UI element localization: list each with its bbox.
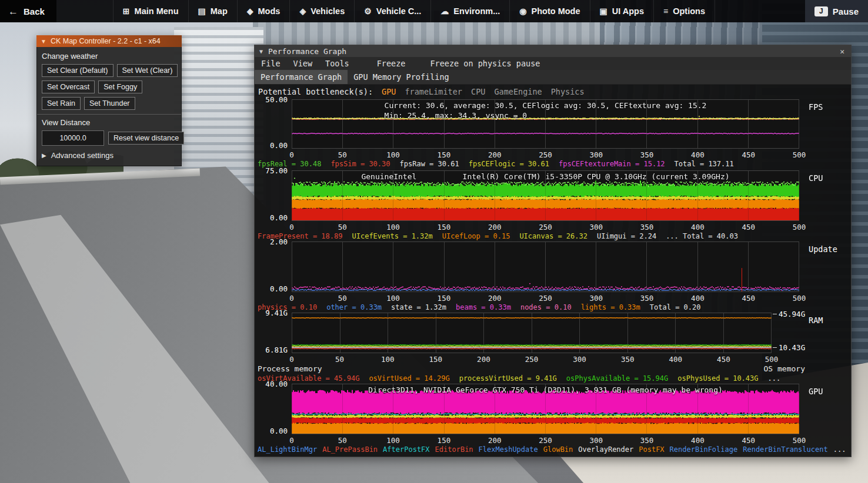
update-tick-300: 300: [590, 294, 603, 303]
cpu-stat: UIcefEvents = 1.32m: [352, 232, 433, 240]
ram-plot-canvas: [292, 313, 772, 353]
ram-tick-400: 400: [669, 355, 683, 364]
tab-gpu-memory-profiling[interactable]: GPU Memory Profiling: [348, 70, 455, 84]
cpu-stat: UIcanvas = 26.32: [519, 232, 587, 240]
gpu-stats-line: AL_LightBinMgrAL_PrePassBinAfterPostFXEd…: [258, 445, 850, 454]
weather-button-set-rain[interactable]: Set Rain: [42, 97, 81, 110]
topbar-item-main-menu[interactable]: ⊞Main Menu: [113, 0, 188, 22]
weather-button-set-wet-clear[interactable]: Set Wet (Clear): [117, 64, 178, 77]
main-menu-icon: ⊞: [123, 7, 130, 15]
ram-y-axis-max: 9.41G: [255, 308, 288, 317]
weather-button-row: Set OvercastSet Foggy: [42, 80, 176, 93]
ram-stats-line: osVirtAvailable = 45.94GosVirtUsed = 14.…: [258, 374, 850, 383]
bottleneck-gameengine: GameEngine: [494, 87, 542, 96]
gpu-stat: FlexMeshUpdate: [479, 445, 538, 454]
topbar-item-options[interactable]: ≡Options: [653, 0, 715, 22]
ram-stat: processVirtUsed = 9.41G: [459, 374, 557, 383]
topbar-item-mods[interactable]: ◆Mods: [237, 0, 290, 22]
cpu-stat: UIcefLoop = 0.15: [442, 232, 510, 240]
topbar-item-ui-apps[interactable]: ▣UI Apps: [590, 0, 653, 22]
cpu-tick-50: 50: [338, 223, 347, 232]
fps-stat: Total = 137.11: [675, 160, 734, 168]
advanced-settings-toggle[interactable]: ▶ Advanced settings: [42, 151, 176, 160]
weather-button-set-thunder[interactable]: Set Thunder: [84, 97, 135, 110]
gpu-tick-250: 250: [539, 436, 552, 445]
ck-map-controller-titlebar[interactable]: ▼ CK Map Controller - 2.2 - c1 - x64: [36, 35, 182, 47]
fps-stat: fpsRaw = 30.61: [400, 160, 459, 168]
performance-tabs: Performance GraphGPU Memory Profiling: [255, 70, 851, 85]
back-arrow-icon: ←: [8, 6, 18, 16]
performance-graph-title: Performance Graph: [268, 47, 346, 56]
topbar-item-map[interactable]: ▤Map: [188, 0, 237, 22]
gpu-x-axis-ticks: 050100150200250300350400450500: [292, 436, 799, 445]
gpu-tick-400: 400: [691, 436, 705, 445]
back-button[interactable]: ← Back: [0, 0, 56, 22]
update-stats-line: physics = 0.10other = 0.33mstate = 1.32m…: [258, 303, 850, 312]
ram-tick-100: 100: [381, 355, 395, 364]
memory-row: Process memory OS memory: [258, 364, 805, 373]
ram-tick-300: 300: [573, 355, 586, 364]
tab-performance-graph[interactable]: Performance Graph: [255, 70, 348, 84]
pause-label: Pause: [833, 6, 859, 16]
update-stat: state = 1.32m: [391, 303, 446, 311]
topbar-item-label: UI Apps: [612, 6, 644, 16]
mods-icon: ◆: [247, 7, 253, 15]
fps-plot-canvas: [292, 99, 799, 149]
fps-y-axis-min: 0.00: [255, 141, 288, 150]
fps-y-axis-max: 50.00: [255, 95, 288, 104]
top-menu-bar: ← Back ⊞Main Menu▤Map◆Mods◈Vehicles⚙Vehi…: [0, 0, 868, 22]
bottleneck-cpu: CPU: [471, 87, 485, 96]
ram-stat: ...: [768, 374, 781, 383]
menu-file[interactable]: File: [255, 59, 287, 68]
update-x-axis-ticks: 050100150200250300350400450500: [292, 294, 799, 303]
weather-button-set-clear-default[interactable]: Set Clear (Default): [42, 64, 113, 77]
fps-stat: fpsSim = 30.30: [330, 160, 390, 168]
weather-button-set-overcast[interactable]: Set Overcast: [42, 80, 95, 93]
fps-tick-300: 300: [590, 150, 603, 159]
cpu-tick-100: 100: [386, 223, 400, 232]
performance-graph-window: ▼ Performance Graph ✕ FileViewTools Free…: [254, 45, 852, 457]
performance-graph-titlebar[interactable]: ▼ Performance Graph ✕: [255, 45, 851, 57]
pause-button[interactable]: J Pause: [805, 0, 868, 22]
menu-view[interactable]: View: [287, 59, 319, 68]
gpu-tick-200: 200: [488, 436, 502, 445]
cpu-stat: UIimgui = 2.24: [597, 232, 656, 240]
update-plot-canvas: [292, 242, 799, 292]
close-icon[interactable]: ✕: [838, 47, 846, 56]
topbar-item-photo-mode[interactable]: ◉Photo Mode: [509, 0, 589, 22]
topbar-item-vehicles[interactable]: ◈Vehicles: [289, 0, 354, 22]
ram-right-axis-min: 10.43G: [773, 343, 805, 352]
ck-map-controller-title: CK Map Controller - 2.2 - c1 - x64: [51, 37, 161, 45]
fps-graph-label: FPS: [809, 102, 823, 112]
update-y-axis-min: 0.00: [255, 284, 288, 293]
menu-tools[interactable]: Tools: [319, 59, 356, 68]
view-distance-input[interactable]: [42, 130, 104, 146]
topbar-item-vehicle-config[interactable]: ⚙Vehicle C...: [354, 0, 430, 22]
collapse-triangle-icon[interactable]: ▼: [259, 48, 263, 55]
cpu-plot-canvas: [292, 170, 799, 221]
ram-stat: osPhysUsed = 10.43G: [677, 374, 758, 383]
ram-tick-200: 200: [477, 355, 490, 364]
gpu-stat: AL_LightBinMgr: [258, 445, 317, 454]
update-tick-250: 250: [539, 294, 552, 303]
reset-view-distance-button[interactable]: Reset view distance: [108, 132, 184, 145]
bottleneck-values: GPUframeLimiterCPUGameEnginePhysics: [382, 87, 585, 96]
cpu-y-axis-max: 75.00: [255, 166, 288, 175]
freeze-menu-item[interactable]: Freeze: [372, 59, 410, 68]
update-tick-450: 450: [742, 294, 755, 303]
freeze-on-physics-pause-menu-item[interactable]: Freeze on physics pause: [430, 59, 540, 68]
cpu-tick-350: 350: [640, 223, 654, 232]
fps-tick-250: 250: [539, 150, 552, 159]
weather-button-set-foggy[interactable]: Set Foggy: [98, 80, 142, 93]
gpu-stat: PostFX: [639, 445, 664, 454]
ram-tick-450: 450: [717, 355, 730, 364]
back-label: Back: [24, 6, 45, 16]
environment-icon: ☁: [440, 7, 449, 15]
collapse-triangle-icon[interactable]: ▼: [41, 38, 46, 45]
ram-tick-150: 150: [429, 355, 443, 364]
gpu-tick-150: 150: [438, 436, 451, 445]
update-tick-100: 100: [386, 294, 400, 303]
fps-tick-150: 150: [438, 150, 451, 159]
topbar-item-environment[interactable]: ☁Environm...: [430, 0, 509, 22]
ram-graph-label: RAM: [809, 316, 823, 325]
